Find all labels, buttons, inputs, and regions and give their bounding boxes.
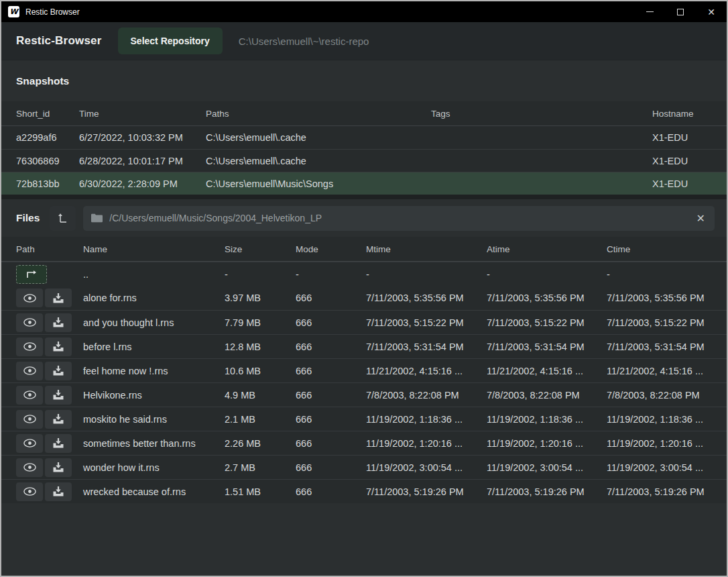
snapshots-title: Snapshots xyxy=(16,75,69,87)
file-mtime: - xyxy=(366,269,487,280)
file-ctime: 7/11/2003, 5:31:54 PM xyxy=(607,342,727,352)
file-mtime: 11/19/2002, 1:18:36 ... xyxy=(366,414,487,425)
eye-icon xyxy=(23,294,36,303)
snapshot-short-id: 72b813bb xyxy=(16,178,79,189)
file-row: Helvikone.rns 4.9 MB 666 7/8/2003, 8:22:… xyxy=(1,382,727,407)
current-path-value: /C/Users/emuell/Music/Songs/2004_Helveti… xyxy=(109,213,688,223)
col-hostname: Hostname xyxy=(652,109,727,119)
file-ctime: 7/8/2003, 8:22:08 PM xyxy=(607,390,727,401)
snapshot-row[interactable]: 76306869 6/28/2022, 10:01:17 PM C:\Users… xyxy=(1,149,727,172)
close-button[interactable]: ✕ xyxy=(696,1,727,22)
snapshot-hostname: X1-EDU xyxy=(652,178,727,189)
file-row: moskito he said.rns 2.1 MB 666 11/19/200… xyxy=(1,407,727,431)
file-ctime: 7/11/2003, 5:19:26 PM xyxy=(607,486,727,497)
app-window: W Restic Browser ✕ Restic-Browser Select… xyxy=(0,0,728,577)
file-name: sometimes better than.rns xyxy=(83,438,225,449)
files-title: Files xyxy=(16,212,40,224)
view-file-button[interactable] xyxy=(16,313,43,332)
maximize-button[interactable] xyxy=(665,1,696,22)
download-icon xyxy=(53,293,64,303)
snapshot-paths: C:\Users\emuell\.cache xyxy=(206,132,431,143)
download-icon xyxy=(53,366,64,376)
file-size: 2.7 MB xyxy=(225,462,296,473)
file-size: 7.79 MB xyxy=(225,317,296,328)
download-icon xyxy=(53,390,64,400)
file-name: feel home now !.rns xyxy=(83,366,225,376)
section-divider xyxy=(1,195,727,199)
file-ctime: 11/19/2002, 1:20:16 ... xyxy=(607,438,727,449)
eye-icon xyxy=(23,439,36,448)
snapshot-time: 6/30/2022, 2:28:09 PM xyxy=(79,178,206,189)
file-name: and you thought l.rns xyxy=(83,317,225,328)
view-file-button[interactable] xyxy=(16,362,43,380)
file-ctime: - xyxy=(607,269,727,280)
file-mode: 666 xyxy=(296,462,366,473)
download-file-button[interactable] xyxy=(45,386,72,405)
download-file-button[interactable] xyxy=(45,434,72,453)
eye-icon xyxy=(23,318,36,327)
file-mode: 666 xyxy=(296,438,366,449)
app-name: Restic-Browser xyxy=(16,34,102,48)
file-mode: 666 xyxy=(296,486,366,497)
file-mtime: 7/8/2003, 8:22:08 PM xyxy=(366,390,487,401)
view-file-button[interactable] xyxy=(16,434,43,453)
view-file-button[interactable] xyxy=(16,386,43,405)
col-mtime: Mtime xyxy=(366,244,487,254)
file-mtime: 11/19/2002, 1:20:16 ... xyxy=(366,438,487,449)
file-name: wrecked because of.rns xyxy=(83,486,225,497)
file-size: 1.51 MB xyxy=(225,486,296,497)
titlebar: W Restic Browser ✕ xyxy=(1,1,727,22)
current-path-bar[interactable]: /C/Users/emuell/Music/Songs/2004_Helveti… xyxy=(83,206,715,231)
download-file-button[interactable] xyxy=(45,288,72,307)
file-size: - xyxy=(225,269,296,280)
file-size: 10.6 MB xyxy=(225,366,296,376)
snapshot-hostname: X1-EDU xyxy=(652,156,727,166)
view-file-button[interactable] xyxy=(16,458,43,477)
minimize-button[interactable] xyxy=(634,1,665,22)
download-file-button[interactable] xyxy=(45,410,72,429)
snapshots-table-body: a2299af6 6/27/2022, 10:03:32 PM C:\Users… xyxy=(1,126,727,195)
file-atime: 7/11/2003, 5:35:56 PM xyxy=(487,293,607,303)
file-ctime: 11/21/2002, 4:15:16 ... xyxy=(607,366,727,376)
file-size: 3.97 MB xyxy=(225,293,296,303)
files-table-header: Path Name Size Mode Mtime Atime Ctime xyxy=(1,237,727,262)
download-file-button[interactable] xyxy=(45,458,72,477)
file-mtime: 11/19/2002, 3:00:54 ... xyxy=(366,462,487,473)
snapshot-row[interactable]: 72b813bb 6/30/2022, 2:28:09 PM C:\Users\… xyxy=(1,172,727,195)
go-to-parent-button[interactable] xyxy=(16,265,47,284)
file-atime: 11/21/2002, 4:15:16 ... xyxy=(487,366,607,376)
file-row: before l.rns 12.8 MB 666 7/11/2003, 5:31… xyxy=(1,334,727,358)
col-mode: Mode xyxy=(296,244,366,254)
download-file-button[interactable] xyxy=(45,313,72,332)
col-paths: Paths xyxy=(206,109,431,119)
file-mtime: 7/11/2003, 5:15:22 PM xyxy=(366,317,487,328)
select-repository-button[interactable]: Select Repository xyxy=(118,28,223,54)
view-file-button[interactable] xyxy=(16,288,43,307)
empty-area xyxy=(1,503,727,576)
col-tags: Tags xyxy=(431,109,652,119)
file-mode: 666 xyxy=(296,390,366,401)
file-atime: 7/11/2003, 5:31:54 PM xyxy=(487,342,607,352)
snapshot-paths: C:\Users\emuell\.cache xyxy=(206,156,431,166)
snapshot-short-id: 76306869 xyxy=(16,156,79,166)
file-mode: 666 xyxy=(296,317,366,328)
go-up-level-button[interactable] xyxy=(50,206,76,231)
up-level-arrow-icon xyxy=(58,213,68,224)
snapshot-row[interactable]: a2299af6 6/27/2022, 10:03:32 PM C:\Users… xyxy=(1,126,727,149)
view-file-button[interactable] xyxy=(16,482,43,501)
view-file-button[interactable] xyxy=(16,337,43,356)
file-name: wonder how it.rns xyxy=(83,462,225,473)
download-file-button[interactable] xyxy=(45,482,72,501)
col-path: Path xyxy=(16,244,83,254)
clear-path-button[interactable]: ✕ xyxy=(695,212,707,225)
view-file-button[interactable] xyxy=(16,410,43,429)
file-atime: 7/8/2003, 8:22:08 PM xyxy=(487,390,607,401)
download-file-button[interactable] xyxy=(45,362,72,380)
download-icon xyxy=(53,342,64,352)
file-mode: 666 xyxy=(296,366,366,376)
file-mode: 666 xyxy=(296,342,366,352)
download-file-button[interactable] xyxy=(45,337,72,356)
snapshot-short-id: a2299af6 xyxy=(16,132,79,143)
file-atime: 11/19/2002, 3:00:54 ... xyxy=(487,462,607,473)
snapshots-table: Short_id Time Paths Tags Hostname a2299a… xyxy=(1,101,727,195)
